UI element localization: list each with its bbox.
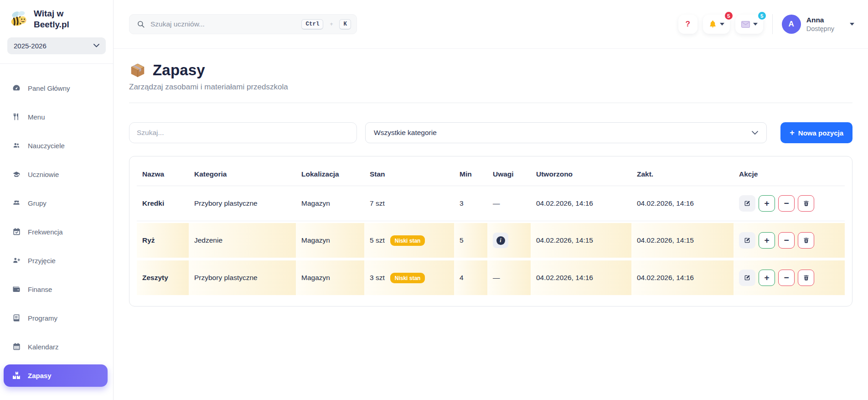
sidebar-item-label: Zapasy <box>28 372 52 379</box>
sidebar-item-zapasy[interactable]: Zapasy <box>4 364 108 387</box>
sidebar-nav: Panel Główny Menu Nauczyciele Uczniowie … <box>0 64 113 400</box>
user-plus-icon <box>12 256 21 265</box>
kbd-k: K <box>339 19 351 30</box>
sidebar-item-label: Uczniowie <box>28 171 59 178</box>
brand-title: Witaj w Beetly.pl <box>34 8 69 30</box>
sidebar-item-label: Nauczyciele <box>28 142 65 150</box>
sidebar-item-programy[interactable]: Programy <box>0 304 113 332</box>
decrease-stock-button[interactable]: − <box>778 195 795 212</box>
sidebar-item-menu[interactable]: Menu <box>0 103 113 131</box>
users-icon <box>12 141 21 150</box>
chevron-down-icon <box>720 23 724 26</box>
item-updated: 04.02.2026, 14:15 <box>631 223 734 258</box>
row-actions: + − <box>734 186 845 221</box>
delete-button[interactable] <box>798 232 814 249</box>
dashboard-gauge-icon <box>12 83 21 93</box>
brand-logo-row: Witaj w Beetly.pl <box>7 8 106 30</box>
item-updated: 04.02.2026, 14:16 <box>631 260 734 295</box>
search-icon <box>137 20 145 28</box>
page-title-row: Zapasy <box>129 62 852 79</box>
global-search[interactable]: Ctrl + K <box>129 14 357 34</box>
app-window: Witaj w Beetly.pl 2025-2026 Panel Główny… <box>0 0 868 400</box>
table-row: Zeszyty Przybory plastyczne Magazyn 3 sz… <box>137 259 845 296</box>
edit-button[interactable] <box>739 232 755 249</box>
new-item-button[interactable]: + Nowa pozycja <box>780 122 852 143</box>
item-location: Magazyn <box>296 189 364 218</box>
edit-button[interactable] <box>739 270 755 286</box>
delete-button[interactable] <box>798 270 814 286</box>
plus-icon: + <box>790 129 795 137</box>
row-actions: + − <box>734 260 845 295</box>
sidebar: Witaj w Beetly.pl 2025-2026 Panel Główny… <box>0 0 114 400</box>
sidebar-item-finanse[interactable]: Finanse <box>0 275 113 304</box>
page-content: Zapasy Zarządzaj zasobami i materiałami … <box>114 49 868 400</box>
edit-button[interactable] <box>739 195 755 212</box>
book-icon <box>12 313 21 322</box>
item-created: 04.02.2026, 14:16 <box>531 260 631 295</box>
category-select[interactable]: Wszystkie kategorie <box>365 122 767 143</box>
sidebar-item-label: Frekwencja <box>28 228 63 236</box>
sidebar-item-panel-glowny[interactable]: Panel Główny <box>0 74 113 103</box>
delete-button[interactable] <box>798 195 814 212</box>
low-stock-badge: Niski stan <box>390 273 425 283</box>
item-min: 3 <box>454 189 487 218</box>
sidebar-item-frekwencja[interactable]: Frekwencja <box>0 218 113 246</box>
new-item-label: Nowa pozycja <box>798 129 843 137</box>
help-button[interactable]: ? <box>678 15 698 34</box>
sidebar-item-przyjecie[interactable]: Przyjęcie <box>0 246 113 275</box>
filters-row: Wszystkie kategorie + Nowa pozycja <box>129 122 852 143</box>
col-header-akcje: Akcje <box>734 162 845 186</box>
user-info: Anna Dostępny <box>806 16 834 32</box>
row-actions: + − <box>734 223 845 258</box>
item-note: — <box>487 189 531 218</box>
main-area: Ctrl + K ? 5 5 <box>114 0 868 400</box>
item-updated: 04.02.2026, 14:16 <box>631 189 734 218</box>
item-stock: 7 szt <box>364 189 454 218</box>
messages-button[interactable]: 5 <box>735 15 763 34</box>
sidebar-item-uczniowie[interactable]: Uczniowie <box>0 160 113 189</box>
increase-stock-button[interactable]: + <box>759 195 775 212</box>
table-header-row: Nazwa Kategoria Lokalizacja Stan Min Uwa… <box>137 162 845 186</box>
sidebar-item-nauczyciele[interactable]: Nauczyciele <box>0 131 113 160</box>
page-subtitle: Zarządzaj zasobami i materiałami przedsz… <box>129 83 852 92</box>
school-year-value: 2025-2026 <box>14 42 46 50</box>
item-location: Magazyn <box>296 260 364 295</box>
sidebar-item-label: Finanse <box>28 286 52 293</box>
sidebar-item-grupy[interactable]: Grupy <box>0 189 113 218</box>
table-row: Kredki Przybory plastyczne Magazyn 7 szt… <box>137 186 845 221</box>
increase-stock-button[interactable]: + <box>759 232 775 249</box>
wallet-icon <box>12 285 21 294</box>
item-created: 04.02.2026, 14:15 <box>531 223 631 258</box>
item-category: Przybory plastyczne <box>189 189 296 218</box>
decrease-stock-button[interactable]: − <box>778 270 795 286</box>
note-info-button[interactable]: i <box>493 233 508 248</box>
user-group-icon <box>12 198 21 208</box>
increase-stock-button[interactable]: + <box>759 270 775 286</box>
col-header-lokalizacja: Lokalizacja <box>296 162 364 186</box>
bee-logo-icon <box>8 9 29 30</box>
user-menu[interactable]: A Anna Dostępny <box>782 15 854 34</box>
school-year-select[interactable]: 2025-2026 <box>7 37 106 54</box>
item-name: Ryż <box>137 223 189 258</box>
package-icon <box>129 62 146 79</box>
decrease-stock-button[interactable]: − <box>778 232 795 249</box>
sidebar-item-label: Przyjęcie <box>28 257 56 265</box>
col-header-stan: Stan <box>364 162 454 186</box>
calendar-icon <box>12 342 21 351</box>
category-select-value: Wszystkie kategorie <box>374 129 437 137</box>
boxes-stacked-icon <box>12 371 21 380</box>
col-header-kategoria: Kategoria <box>189 162 296 186</box>
item-category: Przybory plastyczne <box>189 260 296 295</box>
sidebar-item-label: Panel Główny <box>28 84 70 92</box>
item-location: Magazyn <box>296 223 364 258</box>
item-min: 4 <box>454 260 487 295</box>
col-header-zakt: Zakt. <box>631 162 734 186</box>
utensils-icon <box>12 112 21 121</box>
sidebar-item-label: Menu <box>28 113 45 121</box>
sidebar-item-kalendarz[interactable]: Kalendarz <box>0 332 113 361</box>
notifications-button[interactable]: 5 <box>703 15 730 34</box>
chevron-down-icon <box>93 44 99 47</box>
global-search-input[interactable] <box>150 20 296 28</box>
notifications-count-badge: 5 <box>724 11 734 21</box>
table-search-input[interactable] <box>129 122 357 143</box>
